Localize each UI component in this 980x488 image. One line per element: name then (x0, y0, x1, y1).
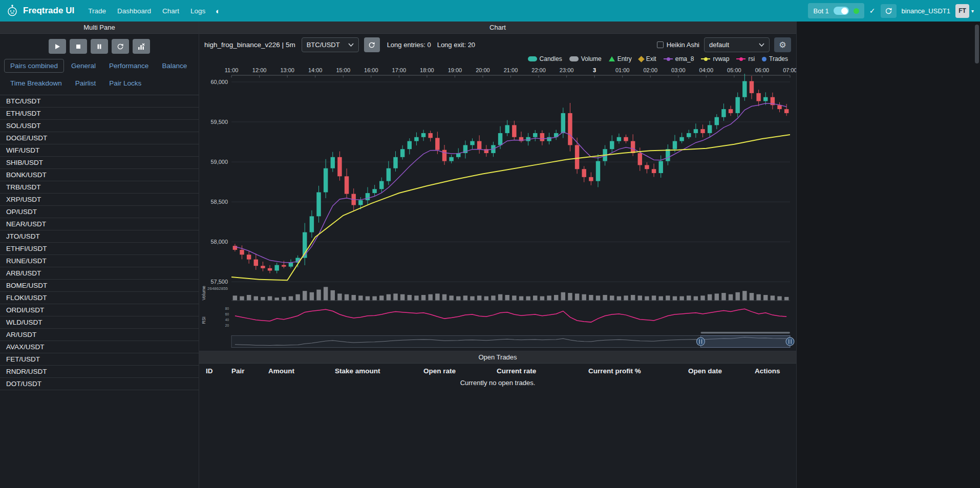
stop-button[interactable] (70, 39, 87, 54)
long-exit-label: Long exit: 20 (437, 41, 475, 49)
legend-item-rsi[interactable]: rsi (736, 55, 755, 62)
pair-row[interactable]: TRB/USDT (0, 181, 199, 194)
pair-row[interactable]: WIF/USDT (0, 144, 199, 157)
legend-item-exit[interactable]: Exit (639, 55, 656, 62)
legend-item-candles[interactable]: Candles (528, 55, 562, 62)
svg-text:05:00: 05:00 (727, 67, 741, 73)
pair-row[interactable]: AVAX/USDT (0, 341, 199, 353)
page-scrollbar[interactable] (975, 25, 979, 63)
price-chart[interactable]: 11:0012:0013:0014:0015:0016:0017:0018:00… (199, 64, 796, 351)
column-header-amount: Amount (262, 367, 328, 375)
pair-list: BTC/USDTETH/USDTSOL/USDTDOGE/USDTWIF/USD… (0, 95, 199, 394)
rsi-pane: 80604020RSI (201, 307, 786, 327)
data-zoom-navigator[interactable] (231, 332, 794, 348)
heikin-ashi-toggle[interactable]: Heikin Ashi (657, 41, 699, 49)
pair-row[interactable]: DOGE/USDT (0, 132, 199, 144)
legend-label: Candles (540, 55, 562, 62)
pair-label: FET/USDT (6, 355, 40, 363)
user-menu[interactable]: FT ▾ (955, 4, 974, 18)
pair-row[interactable]: JTO/USDT (0, 230, 199, 243)
plot-config-value: default (709, 41, 729, 49)
legend-label: ema_8 (675, 55, 694, 62)
tab-balance[interactable]: Balance (156, 59, 193, 73)
heikin-ashi-checkbox[interactable] (657, 41, 664, 48)
pair-row[interactable]: WLD/USDT (0, 316, 199, 329)
pair-row[interactable]: SOL/USDT (0, 120, 199, 132)
tab-pairlist[interactable]: Pairlist (69, 76, 102, 90)
svg-text:06:00: 06:00 (755, 67, 770, 73)
tab-time-breakdown[interactable]: Time Breakdown (4, 76, 68, 90)
pair-row[interactable]: BOME/USDT (0, 280, 199, 292)
legend-item-trades[interactable]: Trades (762, 55, 788, 62)
pair-row[interactable]: ETH/USDT (0, 108, 199, 120)
brand-title: Freqtrade UI (23, 6, 74, 16)
bot-toggle-switch[interactable] (834, 7, 849, 15)
legend-item-ema_8[interactable]: ema_8 (664, 55, 694, 62)
pair-row[interactable]: ORDI/USDT (0, 304, 199, 316)
svg-text:58,500: 58,500 (210, 199, 228, 205)
pause-button[interactable] (91, 39, 108, 54)
pair-row[interactable]: OP/USDT (0, 206, 199, 218)
pair-row[interactable]: DOT/USDT (0, 378, 199, 390)
pair-row[interactable]: BTC/USDT (0, 95, 199, 108)
chevron-down-icon: ▾ (971, 8, 974, 14)
tab-performance[interactable]: Performance (103, 59, 155, 73)
chart-toolbar: high_frog_binance_v226 | 5m BTC/USDT Lon… (199, 34, 796, 52)
pair-row[interactable]: AR/USDT (0, 329, 199, 341)
svg-text:57,500: 57,500 (210, 279, 228, 285)
start-button[interactable] (49, 39, 66, 54)
pair-row[interactable]: NEAR/USDT (0, 218, 199, 230)
multi-pane-header: Multi Pane (0, 22, 199, 34)
chart-horizontal-scrollbar[interactable] (700, 332, 790, 334)
svg-text:59,000: 59,000 (210, 159, 228, 165)
bot-selector[interactable]: Bot 1 (808, 3, 864, 18)
trades-marker-icon (762, 57, 766, 61)
plot-config-select[interactable]: default (704, 37, 770, 52)
pair-row[interactable]: SHIB/USDT (0, 157, 199, 169)
pair-row[interactable]: ARB/USDT (0, 267, 199, 280)
svg-text:40: 40 (225, 318, 229, 322)
theme-toggle-icon[interactable]: ◐ (211, 7, 225, 15)
pair-row[interactable]: ETHFI/USDT (0, 243, 199, 255)
tab-pair-locks[interactable]: Pair Locks (103, 76, 147, 90)
pair-row[interactable]: FET/USDT (0, 353, 199, 366)
tab-pairs-combined[interactable]: Pairs combined (4, 59, 64, 73)
plot-settings-button[interactable]: ⚙ (774, 37, 791, 52)
pair-select-value: BTC/USDT (307, 41, 340, 49)
tab-general[interactable]: General (65, 59, 102, 73)
nav-item-chart[interactable]: Chart (157, 4, 185, 18)
pair-select[interactable]: BTC/USDT (302, 37, 359, 52)
pause-icon (96, 44, 102, 50)
reload-config-button[interactable] (112, 39, 129, 54)
svg-text:17:00: 17:00 (392, 67, 407, 73)
pair-label: BTC/USDT (6, 97, 41, 105)
svg-text:58,000: 58,000 (210, 239, 228, 245)
chart-title: Chart (489, 24, 506, 31)
pair-row[interactable]: RUNE/USDT (0, 255, 199, 267)
zoom-selected-window[interactable] (700, 335, 790, 347)
legend-item-rvwap[interactable]: rvwap (701, 55, 729, 62)
legend-item-volume[interactable]: Volume (569, 55, 602, 62)
svg-text:3: 3 (593, 67, 596, 73)
zoom-handle-right[interactable] (786, 337, 794, 346)
pair-row[interactable]: XRP/USDT (0, 194, 199, 206)
pair-row[interactable]: FLOKI/USDT (0, 292, 199, 304)
signal-counts: Long entries: 0 Long exit: 20 (387, 41, 475, 49)
clear-chart-button[interactable] (133, 39, 150, 54)
legend-label: Entry (617, 55, 632, 62)
multi-pane-tabs: Pairs combinedGeneralPerformanceBalanceT… (0, 57, 199, 95)
nav-item-logs[interactable]: Logs (185, 4, 211, 18)
home-link[interactable]: Freqtrade UI (6, 5, 74, 17)
svg-text:11:00: 11:00 (225, 67, 239, 73)
pair-label: FLOKI/USDT (6, 294, 47, 302)
pair-label: DOGE/USDT (6, 134, 47, 142)
pair-row[interactable]: BONK/USDT (0, 169, 199, 181)
pair-row[interactable]: RNDR/USDT (0, 366, 199, 378)
legend-item-entry[interactable]: Entry (609, 55, 632, 62)
volume-marker-icon (569, 56, 579, 61)
reload-bot-button[interactable] (881, 4, 897, 18)
chart-refresh-button[interactable] (364, 37, 380, 52)
nav-item-trade[interactable]: Trade (82, 4, 112, 18)
nav-item-dashboard[interactable]: Dashboard (112, 4, 157, 18)
zoom-handle-left[interactable] (696, 337, 705, 346)
